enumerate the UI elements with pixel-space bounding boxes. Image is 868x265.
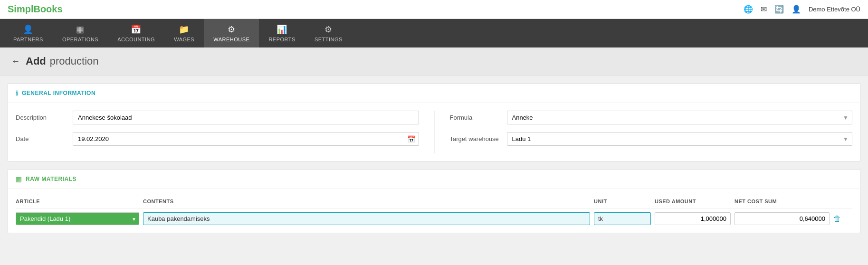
raw-materials-card: ▦ RAW MATERIALS ARTICLE CONTENTS UNIT US… [8, 169, 860, 233]
col-header-unit: UNIT [594, 199, 651, 204]
col-header-used-amount: USED AMOUNT [655, 199, 731, 204]
nav-label-operations: Operations [62, 37, 98, 42]
logo-brand: Simpl [8, 4, 33, 14]
logo-brand2: Books [33, 4, 62, 14]
nav-item-operations[interactable]: ▦ Operations [53, 19, 108, 47]
description-row: Description [16, 111, 419, 124]
user-icon[interactable]: 👤 [792, 5, 801, 14]
partners-icon: 👤 [23, 24, 34, 35]
header-right: 🌐 ✉ 🔄 👤 Demo Ettevõte OÜ [744, 5, 860, 14]
formula-select-wrap: Anneke ▼ [507, 111, 853, 124]
settings-icon: ⚙ [324, 24, 333, 35]
nav-label-accounting: Accounting [117, 37, 155, 42]
page-title-bold: Add [26, 55, 46, 67]
table-row: Pakendid (Ladu 1) ▼ [16, 212, 852, 225]
delete-cell: 🗑 [833, 215, 852, 223]
page-title-normal: production [50, 55, 99, 67]
table-headers: ARTICLE CONTENTS UNIT USED AMOUNT NET CO… [16, 195, 852, 208]
nav-label-wages: Wages [174, 37, 194, 42]
page-title-bar: ← Add production [0, 47, 868, 76]
back-button[interactable]: ← [11, 57, 20, 66]
contents-cell [143, 212, 590, 225]
mail-icon[interactable]: ✉ [761, 5, 767, 14]
nav-label-settings: Settings [315, 37, 343, 42]
formula-select[interactable]: Anneke [507, 111, 853, 124]
general-info-card: ℹ GENERAL INFORMATION Description Date 📅 [8, 83, 860, 161]
page-content: ← Add production ℹ GENERAL INFORMATION D… [0, 47, 868, 265]
form-right-col: Formula Anneke ▼ Target warehouse Ladu 1 [434, 111, 853, 153]
nav-item-accounting[interactable]: 📅 Accounting [108, 19, 164, 47]
top-header: SimplBooks 🌐 ✉ 🔄 👤 Demo Ettevõte OÜ [0, 0, 868, 19]
nav-label-reports: Reports [268, 37, 295, 42]
target-warehouse-select-wrap: Ladu 1 ▼ [507, 132, 853, 146]
logo: SimplBooks [8, 4, 63, 15]
formula-row: Formula Anneke ▼ [450, 111, 853, 124]
date-input[interactable] [73, 132, 419, 146]
article-cell: Pakendid (Ladu 1) ▼ [16, 212, 139, 225]
unit-input[interactable] [594, 212, 651, 225]
date-label: Date [16, 135, 73, 142]
used-amount-input[interactable] [655, 212, 731, 225]
form-left-col: Description Date 📅 [16, 111, 434, 153]
operations-icon: ▦ [76, 24, 85, 35]
col-header-article: ARTICLE [16, 199, 139, 204]
nav-label-warehouse: Warehouse [213, 37, 249, 42]
raw-materials-header: ▦ RAW MATERIALS [8, 170, 860, 189]
nav-bar: 👤 Partners ▦ Operations 📅 Accounting 📁 W… [0, 19, 868, 47]
general-info-title: GENERAL INFORMATION [22, 90, 95, 96]
warehouse-icon: ⚙ [228, 24, 236, 35]
net-cost-sum-cell [734, 212, 830, 225]
table-icon: ▦ [16, 175, 22, 183]
col-header-net-cost-sum: NET COST SUM [734, 199, 830, 204]
col-header-contents: CONTENTS [143, 199, 590, 204]
nav-label-partners: Partners [13, 37, 43, 42]
contents-input[interactable] [143, 212, 590, 225]
nav-item-reports[interactable]: 📊 Reports [259, 19, 305, 47]
nav-item-settings[interactable]: ⚙ Settings [305, 19, 352, 47]
description-label: Description [16, 114, 73, 121]
article-select[interactable]: Pakendid (Ladu 1) [16, 212, 139, 225]
date-input-wrap: 📅 [73, 132, 419, 146]
used-amount-cell [655, 212, 731, 225]
nav-item-wages[interactable]: 📁 Wages [164, 19, 204, 47]
delete-row-button[interactable]: 🗑 [833, 215, 841, 223]
nav-item-warehouse[interactable]: ⚙ Warehouse [204, 19, 259, 47]
info-icon: ℹ [16, 89, 18, 97]
raw-materials-table: ARTICLE CONTENTS UNIT USED AMOUNT NET CO… [8, 189, 860, 233]
net-cost-sum-input[interactable] [734, 212, 830, 225]
target-warehouse-row: Target warehouse Ladu 1 ▼ [450, 132, 853, 146]
wages-icon: 📁 [179, 24, 190, 35]
col-header-actions [833, 199, 852, 204]
help-icon[interactable]: 🔄 [774, 5, 784, 14]
calendar-icon[interactable]: 📅 [407, 135, 415, 143]
accounting-icon: 📅 [131, 24, 142, 35]
date-row: Date 📅 [16, 132, 419, 146]
nav-item-partners[interactable]: 👤 Partners [4, 19, 53, 47]
reports-icon: 📊 [277, 24, 287, 35]
formula-label: Formula [450, 114, 507, 121]
unit-cell [594, 212, 651, 225]
user-label: Demo Ettevõte OÜ [809, 6, 860, 13]
globe-icon[interactable]: 🌐 [744, 5, 753, 14]
raw-materials-title: RAW MATERIALS [26, 176, 76, 182]
target-warehouse-select[interactable]: Ladu 1 [507, 132, 853, 146]
general-info-header: ℹ GENERAL INFORMATION [8, 84, 860, 103]
article-select-wrap: Pakendid (Ladu 1) ▼ [16, 212, 139, 225]
general-info-form: Description Date 📅 Formula [8, 103, 860, 161]
description-input[interactable] [73, 111, 419, 124]
target-warehouse-label: Target warehouse [450, 135, 507, 142]
